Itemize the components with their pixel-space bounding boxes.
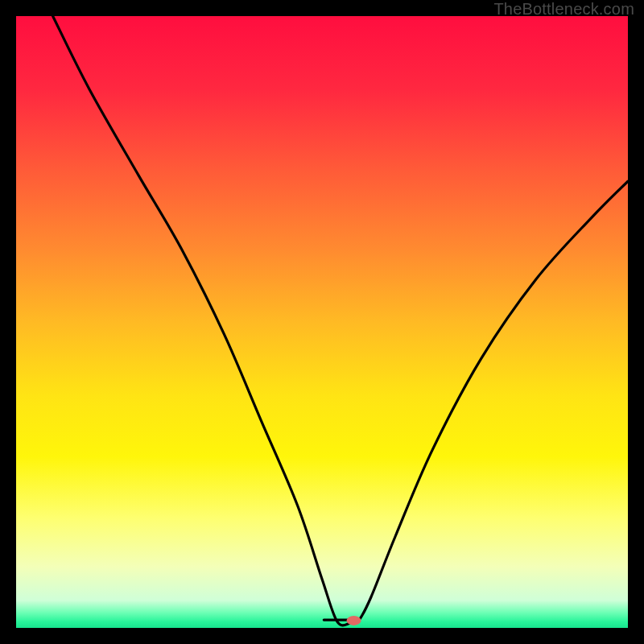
optimal-marker xyxy=(347,616,361,625)
chart-background xyxy=(16,16,628,628)
chart-frame: TheBottleneck.com xyxy=(0,0,644,644)
bottleneck-chart xyxy=(16,16,628,628)
